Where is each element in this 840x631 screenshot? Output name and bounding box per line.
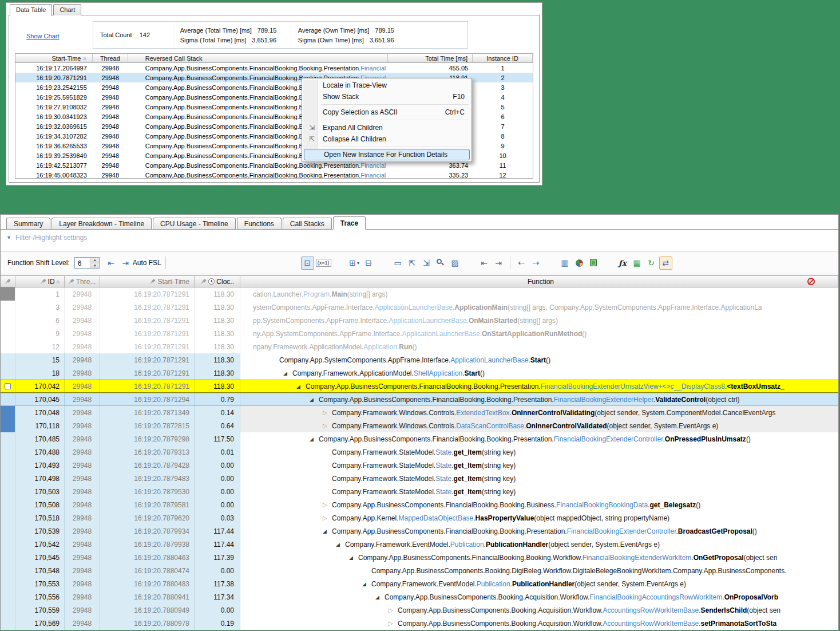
trace-row[interactable]: 170,4882994816:19:20.78793130.01Company.… [1, 445, 838, 459]
trace-row[interactable]: 170,5182994816:19:20.78796200.03▷Company… [1, 511, 838, 524]
data-table-row[interactable]: 16:19:17.206499729948Company.App.Busines… [15, 63, 533, 73]
column-header-gutter[interactable] [1, 276, 15, 287]
trace-row[interactable]: 170,5422994816:19:20.7879938117.44◢Compa… [1, 538, 838, 551]
tree-collapsed-icon[interactable]: ▷ [323, 409, 332, 416]
fsl-increase-button[interactable]: ⇥ [119, 257, 132, 270]
tab-layer-breakdown-timeline[interactable]: Layer Breakdown - Timeline [51, 218, 152, 229]
trace-row[interactable]: 170,5032994816:19:20.78795300.00Company.… [1, 485, 838, 498]
filter-highlight-row[interactable]: ▼ Filter-/Highlight settings [1, 231, 87, 244]
menu-item-expand-all-children[interactable]: ⇲Expand All Children [303, 122, 470, 133]
column-header-thread[interactable]: Thread [93, 54, 128, 62]
sync-selection-icon[interactable]: ⇄ [659, 257, 672, 270]
locate-rows-icon[interactable]: ⊡ [301, 257, 314, 270]
shift-left-icon[interactable]: ⇠ [515, 257, 528, 270]
trace-row[interactable]: 122994816:19:20.7871291118.30npany.Frame… [1, 340, 838, 353]
trace-row[interactable]: 12994816:19:20.7871291118.30cation.Launc… [1, 287, 838, 301]
trace-row[interactable]: 170,0452994816:19:20.78712940.79◢Company… [1, 393, 838, 406]
trace-row[interactable]: 182994816:19:20.7871291118.30◢Company.Fr… [1, 366, 838, 380]
tab-cpu-usage-timeline[interactable]: CPU Usage - Timeline [153, 218, 236, 229]
tree-collapsed-icon[interactable]: ▷ [323, 502, 332, 508]
trace-row[interactable]: 170,4852994816:19:20.7879298117.50◢Compa… [1, 432, 838, 445]
pin-icon[interactable] [3, 277, 12, 286]
tree-expanded-icon[interactable]: ◢ [310, 397, 319, 403]
collapse-children-icon[interactable]: ⇥ [492, 257, 505, 270]
formula-icon[interactable]: ƒx [616, 257, 629, 270]
trace-row[interactable]: 170,1182994816:19:20.78728150.64▷Company… [1, 419, 838, 432]
tree-expanded-icon[interactable]: ◢ [362, 581, 371, 587]
column-header-start-time[interactable]: Start-Time [100, 276, 195, 287]
menu-item-copy-selection-as-ascii[interactable]: Copy Selection as ASCIICtrl+C [303, 107, 470, 118]
column-header-function[interactable]: Function [240, 276, 838, 287]
menu-item-show-stack[interactable]: Show StackF10 [303, 91, 470, 102]
tree-expanded-icon[interactable]: ◢ [310, 436, 319, 442]
tree-expanded-icon[interactable]: ◢ [349, 555, 358, 561]
tab-summary[interactable]: Summary [6, 218, 50, 229]
pin-icon[interactable] [39, 277, 47, 286]
trace-row[interactable]: 170,5562994816:19:20.7880941117.34◢Compa… [1, 590, 838, 604]
trace-row[interactable]: 170,0422994816:19:20.7871291118.30◢Compa… [1, 380, 838, 393]
pin-icon[interactable] [200, 277, 208, 286]
tab-trace[interactable]: Trace [333, 216, 366, 230]
column-header-start-time[interactable]: Start-Time△ [15, 54, 93, 62]
fsl-spinner[interactable]: 6 ▲ ▼ [74, 257, 100, 269]
tab-data-table[interactable]: Data Table [10, 4, 52, 16]
pin-icon[interactable] [67, 277, 76, 286]
column-header-clock[interactable]: Cloc.. [195, 276, 240, 287]
shift-right-icon[interactable]: ⇢ [529, 257, 542, 270]
trace-row[interactable]: 170,5482994816:19:20.78804740.00Company.… [1, 564, 838, 577]
tab-chart[interactable]: Chart [53, 4, 81, 15]
zoom-reset-icon[interactable] [434, 257, 447, 270]
trace-row[interactable]: 170,5592994816:19:20.78809490.00▷Company… [1, 604, 838, 617]
trace-row[interactable]: 170,0482994816:19:20.78713490.14▷Company… [1, 406, 838, 419]
function-details-icon[interactable]: ⊟ [362, 257, 375, 270]
move-next-icon[interactable]: ⇲ [420, 257, 433, 270]
tab-functions[interactable]: Functions [237, 218, 282, 229]
chart-icon[interactable]: ▨ [449, 257, 462, 270]
tree-expanded-icon[interactable]: ◢ [375, 594, 385, 600]
tree-expanded-icon[interactable]: ◢ [283, 370, 292, 376]
menu-item-collapse-all-children[interactable]: ⇱Collapse All Children [303, 133, 470, 145]
trace-row[interactable]: 170,5082994816:19:20.78795810.00▷Company… [1, 498, 838, 511]
expand-children-icon[interactable]: ⇤ [478, 257, 491, 270]
trace-row[interactable]: 152994816:19:20.7871291118.30Company.App… [1, 353, 838, 366]
tree-collapsed-icon[interactable]: ▷ [389, 620, 398, 626]
trace-row[interactable]: 170,4932994816:19:20.78794280.00Company.… [1, 459, 838, 472]
trace-row[interactable]: 62994816:19:20.7871291118.30pp.SystemCom… [1, 314, 838, 327]
column-header-total-time-ms[interactable]: Total Time [ms] [388, 54, 473, 62]
show-chart-link[interactable]: Show Chart [26, 33, 59, 40]
pin-icon[interactable] [149, 277, 157, 286]
menu-item-locate-in-trace-view[interactable]: Locate in Trace-View [303, 80, 470, 91]
menu-item-open-new-instance-for-function-details[interactable]: Open New Instance For Function Details [304, 149, 470, 160]
no-entry-icon[interactable] [807, 278, 815, 285]
column-chooser-icon[interactable]: ▥ [558, 257, 572, 270]
tree-expanded-icon[interactable]: ◢ [296, 384, 306, 389]
cpu-view-icon[interactable] [587, 257, 600, 270]
tree-collapsed-icon[interactable]: ▷ [389, 607, 398, 613]
trace-row[interactable]: 170,5452994816:19:20.7880463117.39◢Compa… [1, 551, 838, 564]
tree-expanded-icon[interactable]: ◢ [336, 542, 345, 547]
refresh-icon[interactable]: ↻ [645, 257, 658, 270]
spinner-up-icon[interactable]: ▲ [91, 258, 99, 263]
highlight-grid-icon[interactable]: ▦ [631, 257, 644, 270]
spinner-down-icon[interactable]: ▼ [91, 263, 99, 269]
trace-row[interactable]: 170,5692994816:19:20.78809780.19▷Company… [1, 617, 838, 630]
stack-window-icon[interactable]: ⊞▾ [348, 257, 361, 270]
column-header-instance-id[interactable]: Instance ID [473, 54, 533, 62]
trace-row[interactable]: 92994816:19:20.7871291118.30ny.App.Syste… [1, 327, 838, 340]
trace-row[interactable]: 170,5392994816:19:20.7879934117.44◢Compa… [1, 524, 838, 538]
trace-row[interactable]: 32994816:19:20.7871291118.30ystemCompone… [1, 301, 838, 314]
tree-collapsed-icon[interactable]: ▷ [323, 423, 332, 429]
column-header-reversed-call-stack[interactable]: Reversed Call Stack [128, 54, 389, 62]
tab-call-stacks[interactable]: Call Stacks [283, 218, 332, 229]
trace-row[interactable]: 170,4982994816:19:20.78794830.00Company.… [1, 472, 838, 485]
column-header-thread[interactable]: Thre... [65, 276, 100, 287]
column-header-id[interactable]: ID △ [15, 276, 65, 287]
tree-expanded-icon[interactable]: ◢ [323, 529, 332, 534]
fsl-decrease-button[interactable]: ⇤ [105, 257, 118, 270]
x1-aggregate-icon[interactable]: (x=1) [315, 257, 332, 270]
pie-view-icon[interactable] [573, 257, 586, 270]
move-pr4ev-icon[interactable]: ⇱ [406, 257, 419, 270]
tree-collapsed-icon[interactable]: ▷ [323, 515, 332, 521]
data-table-row[interactable]: 16:19:45.004832329948Company.App.Busines… [15, 170, 533, 179]
select-rect-icon[interactable]: ▭ [391, 257, 405, 270]
